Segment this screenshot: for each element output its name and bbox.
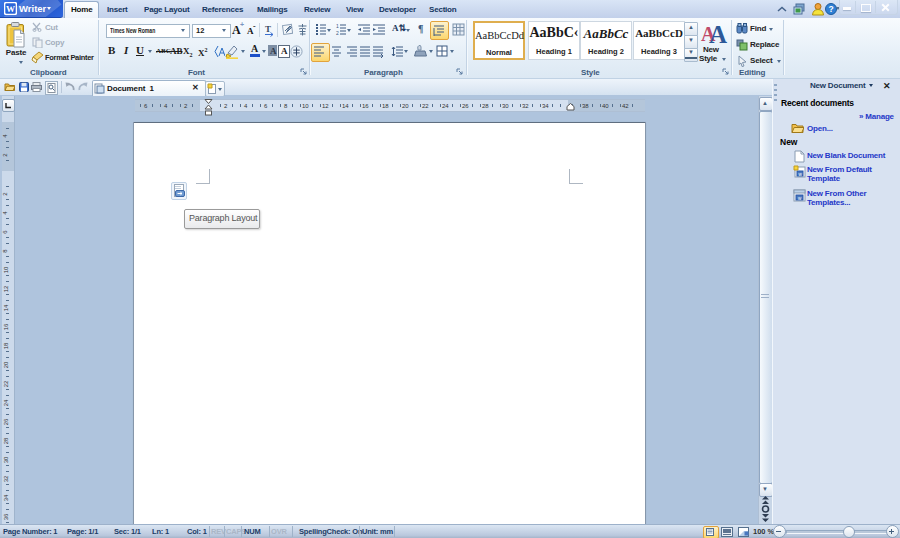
svg-text:2: 2: [336, 30, 339, 36]
svg-text:?: ?: [828, 4, 833, 14]
svg-text:1: 1: [336, 23, 339, 29]
svg-text:T: T: [265, 24, 271, 34]
svg-text:W: W: [6, 4, 15, 14]
